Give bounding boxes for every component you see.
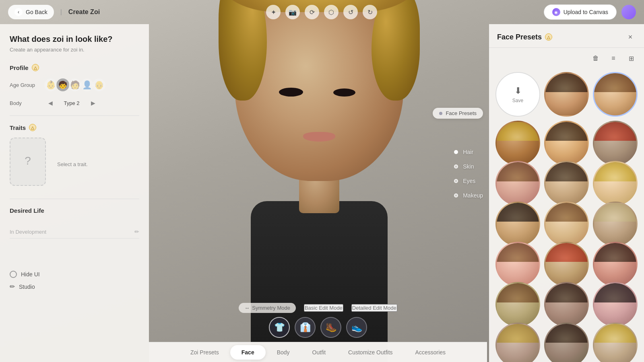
age-child[interactable]: 🧒 [58, 78, 68, 92]
face-presets-tooltip-text: Face Presets [446, 110, 477, 116]
symmetry-mode-toggle[interactable]: ↔ Symmetry Mode [239, 303, 296, 313]
face-preset-2[interactable] [593, 72, 638, 117]
symmetry-icon: ↔ [244, 305, 250, 311]
face-preset-19[interactable] [544, 323, 589, 362]
face-preset-13[interactable] [544, 242, 589, 286]
presets-grid: ⬇ Save [489, 69, 644, 362]
menu-item-hair[interactable]: Hair [454, 149, 483, 155]
trait-card-1[interactable]: ? [10, 138, 46, 186]
tab-outfit[interactable]: Outfit [301, 345, 337, 360]
body-label: Body [10, 100, 46, 106]
toolbar-camera-btn[interactable]: 📷 [285, 5, 300, 19]
page-title: Create Zoi [68, 8, 100, 16]
adult-icon: 👤 [82, 80, 92, 90]
traits-section-header: Traits △ [10, 124, 139, 131]
face-presets-close-button[interactable]: × [625, 31, 636, 43]
hide-ui-label: Hide UI [21, 271, 40, 278]
tab-face[interactable]: Face [230, 345, 266, 360]
face-preset-8[interactable] [593, 161, 638, 206]
panel-question: What does zoi in look like? [10, 34, 139, 44]
header-right: ◉ Upload to Canvas [544, 4, 636, 20]
back-button[interactable]: ‹ Go Back [8, 5, 54, 19]
hair-menu-label: Hair [463, 149, 473, 155]
face-preset-7[interactable] [544, 161, 589, 206]
delete-preset-btn[interactable]: 🗑 [589, 52, 602, 65]
divider-2 [10, 199, 139, 199]
desired-life-section: Desired Life In Development ✏ [10, 207, 139, 239]
face-preset-11[interactable] [593, 202, 638, 246]
face-preset-16[interactable] [544, 282, 589, 327]
makeup-menu-label: Makeup [463, 192, 483, 199]
face-presets-title: Face Presets [497, 33, 542, 41]
desired-life-value: In Development [10, 229, 46, 235]
outfit-top-btn[interactable]: 👕 [269, 317, 290, 338]
symmetry-label: Symmetry Mode [252, 305, 290, 311]
tab-customize-outfits[interactable]: Customize Outfits [337, 345, 404, 360]
trait-question-icon: ? [25, 154, 31, 167]
face-preset-10[interactable] [544, 202, 589, 246]
left-panel: What does zoi in look like? Create an ap… [0, 24, 149, 362]
toolbar-undo-btn[interactable]: ↺ [343, 5, 358, 19]
age-adult[interactable]: 👤 [82, 78, 92, 92]
skin-dot [454, 165, 458, 169]
tab-accessories[interactable]: Accessories [404, 345, 457, 360]
toolbar-redo-btn[interactable]: ↻ [363, 5, 377, 19]
age-elder[interactable]: 👴 [94, 78, 104, 92]
canvas-icon: ◉ [552, 8, 560, 16]
elder-icon: 👴 [94, 80, 104, 90]
outfit-sneakers-btn[interactable]: 👟 [346, 317, 367, 338]
edit-icon[interactable]: ✏ [134, 228, 139, 235]
bottom-nav: Zoi Presets Face Body Outfit Customize O… [149, 342, 487, 362]
face-preset-3[interactable] [495, 121, 540, 165]
age-baby[interactable]: 👶 [46, 78, 56, 92]
body-type-selector: ◀ Type 2 ▶ [46, 99, 97, 107]
top-header: ‹ Go Back | Create Zoi ✦ 📷 ⟳ ⬡ ↺ ↻ ◉ Upl… [0, 0, 644, 24]
menu-item-makeup[interactable]: Makeup [454, 192, 483, 199]
face-preset-9[interactable] [495, 202, 540, 246]
outfit-shoes-btn[interactable]: 🥾 [320, 317, 341, 338]
filter-preset-btn[interactable]: ⊞ [625, 52, 638, 65]
body-prev-button[interactable]: ◀ [46, 99, 55, 107]
face-preset-6[interactable] [495, 161, 540, 206]
face-preset-4[interactable] [544, 121, 589, 165]
studio-label: Studio [19, 284, 35, 290]
header-separator: | [60, 8, 62, 16]
outfit-shirt-btn[interactable]: 👔 [295, 317, 316, 338]
menu-item-skin[interactable]: Skin [454, 163, 483, 170]
face-preset-14[interactable] [593, 242, 638, 286]
desired-life-field[interactable]: In Development ✏ [10, 225, 139, 239]
hide-ui-toggle[interactable] [10, 271, 17, 278]
face-preset-15[interactable] [495, 282, 540, 327]
face-preset-18[interactable] [495, 323, 540, 362]
trait-hint-text: Select a trait. [57, 161, 88, 167]
face-presets-panel: Face Presets △ × 🗑 ≡ ⊞ ⬇ Save [489, 24, 644, 362]
toolbar-view-btn[interactable]: ⬡ [324, 5, 339, 19]
age-teen[interactable]: 🧑 [70, 78, 80, 92]
face-preset-17[interactable] [593, 282, 638, 327]
tab-body[interactable]: Body [266, 345, 301, 360]
detailed-edit-mode-btn[interactable]: Detailed Edit Mode [351, 304, 397, 312]
body-type-row: Body ◀ Type 2 ▶ [10, 99, 139, 107]
traits-row: ? Select a trait. [10, 138, 139, 191]
preset-save-item[interactable]: ⬇ Save [495, 72, 540, 117]
body-next-button[interactable]: ▶ [89, 99, 97, 107]
face-preset-12[interactable] [495, 242, 540, 286]
makeup-dot [454, 193, 458, 197]
upload-to-canvas-button[interactable]: ◉ Upload to Canvas [544, 4, 617, 20]
sort-preset-btn[interactable]: ≡ [607, 52, 620, 65]
panel-subtitle: Create an appearance for zoi in. [10, 47, 139, 53]
toolbar-mode-btn[interactable]: ✦ [266, 5, 281, 19]
face-presets-warning-icon: △ [545, 33, 552, 41]
right-side-menu: Hair Skin Eyes Makeup [454, 149, 483, 199]
baby-icon: 👶 [46, 80, 56, 90]
chevron-left-icon: ‹ [14, 8, 23, 16]
face-preset-1[interactable] [544, 72, 589, 117]
user-avatar-button[interactable] [621, 5, 636, 19]
face-preset-20[interactable] [593, 323, 638, 362]
basic-edit-mode-btn[interactable]: Basic Edit Mode [304, 304, 343, 312]
desired-life-header: Desired Life [10, 207, 139, 219]
menu-item-eyes[interactable]: Eyes [454, 178, 483, 184]
face-preset-5[interactable] [593, 121, 638, 165]
tab-zoi-presets[interactable]: Zoi Presets [179, 345, 230, 360]
toolbar-rotate-btn[interactable]: ⟳ [305, 5, 319, 19]
